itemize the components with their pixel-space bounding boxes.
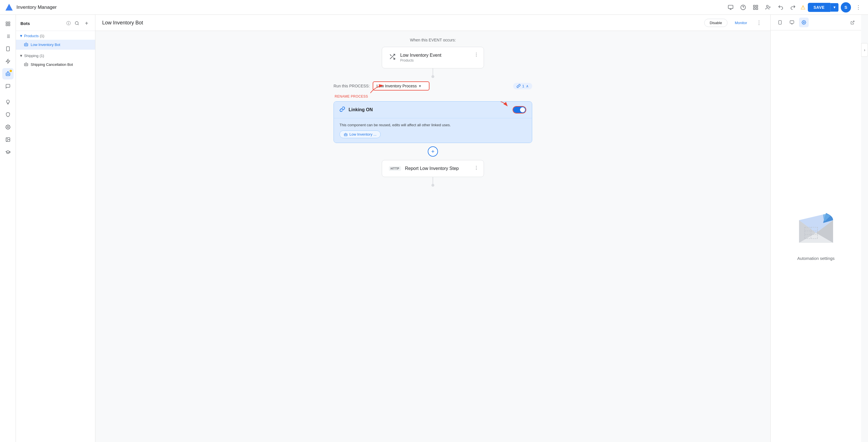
- linking-body: This component can be reused, edits will…: [334, 118, 532, 143]
- http-card[interactable]: ⋮ HTTP Report Low Inventory Step: [382, 160, 484, 177]
- linked-bot-label: Low Inventory ...: [349, 132, 376, 136]
- bots-info-icon: ⓘ: [66, 21, 71, 26]
- bots-search-button[interactable]: [73, 19, 81, 27]
- svg-point-25: [8, 74, 9, 74]
- shipping-cancellation-bot-item[interactable]: Shipping Cancellation Bot: [16, 60, 95, 69]
- add-person-nav-icon[interactable]: [763, 2, 773, 12]
- process-select-arrow-icon: ▾: [419, 84, 421, 88]
- nav-icons: ⚠ SAVE ▼ S ⋮: [725, 2, 864, 12]
- help-nav-icon[interactable]: [738, 2, 748, 12]
- svg-point-38: [345, 134, 345, 135]
- shipping-chevron-icon: ▼: [19, 54, 23, 58]
- process-header: Run this PROCESS: Low Inventory Process …: [334, 78, 532, 94]
- sidebar-grad-icon[interactable]: [2, 147, 13, 158]
- event-card-menu-button[interactable]: ⋮: [472, 51, 480, 58]
- connector-1: [431, 68, 434, 78]
- monitor-nav-icon[interactable]: [725, 2, 736, 12]
- connector-dot-1: [431, 75, 434, 78]
- bots-panel: Bots ⓘ + ▼ Products (1) Low Inventory Bo…: [16, 15, 95, 442]
- linking-description: This component can be reused, edits will…: [339, 123, 526, 127]
- add-step-button[interactable]: +: [428, 147, 438, 157]
- event-card[interactable]: ⋮ Low Inventory Event Products: [382, 47, 484, 68]
- svg-marker-0: [5, 4, 13, 10]
- http-card-menu-button[interactable]: ⋮: [472, 164, 480, 171]
- content-title: Low Inventory Bot: [102, 20, 701, 26]
- sidebar-chat-icon[interactable]: [2, 81, 13, 92]
- shipping-bot-icon: [24, 62, 28, 67]
- bots-title: Bots: [21, 21, 64, 26]
- monitor-button[interactable]: Monitor: [731, 19, 751, 27]
- undo-nav-icon[interactable]: [775, 2, 786, 12]
- rename-area: RENAME PROCESS: [334, 94, 532, 98]
- linking-toggle[interactable]: [513, 106, 526, 114]
- process-link-badge[interactable]: 1 ∧: [513, 83, 532, 89]
- event-label: When this EVENT occurs:: [410, 38, 456, 42]
- redo-nav-icon[interactable]: [788, 2, 798, 12]
- svg-point-44: [803, 22, 804, 23]
- svg-point-39: [346, 134, 347, 135]
- logo-icon: [4, 3, 13, 12]
- sidebar-bulb-icon[interactable]: [2, 96, 13, 108]
- right-panel: Automation settings: [770, 15, 861, 442]
- link-icon: [339, 106, 345, 114]
- linked-bot-chip[interactable]: Low Inventory ...: [339, 130, 381, 138]
- event-card-content: Low Inventory Event Products: [389, 53, 477, 62]
- sidebar-bolt-icon[interactable]: [2, 56, 13, 67]
- right-panel-settings-icon[interactable]: [799, 18, 809, 27]
- svg-rect-31: [24, 43, 28, 46]
- rename-label: RENAME PROCESS: [334, 94, 368, 101]
- right-panel-external-link-button[interactable]: [848, 18, 857, 27]
- event-card-icon: [389, 53, 396, 62]
- toggle-knob: [520, 107, 525, 112]
- low-inventory-bot-item[interactable]: Low Inventory Bot: [16, 40, 95, 50]
- right-panel-desktop-icon[interactable]: [787, 18, 797, 27]
- right-panel-phone-icon[interactable]: [775, 18, 785, 27]
- settings-label: Automation settings: [797, 256, 835, 261]
- sidebar-grid-icon[interactable]: [2, 18, 13, 30]
- bots-add-button[interactable]: +: [83, 19, 91, 27]
- svg-rect-34: [24, 63, 28, 66]
- shipping-section-label: Shipping: [24, 54, 39, 58]
- user-avatar[interactable]: S: [841, 2, 851, 12]
- save-button[interactable]: SAVE: [808, 3, 830, 12]
- sidebar-image-icon[interactable]: [2, 134, 13, 145]
- http-badge: HTTP: [389, 166, 401, 171]
- connector-line-2: [433, 177, 433, 184]
- grid-nav-icon[interactable]: [750, 2, 761, 12]
- bots-header-icons: +: [73, 19, 91, 27]
- bot-badge: [10, 70, 12, 72]
- toggle-inner: [513, 107, 526, 113]
- save-dropdown-button[interactable]: ▼: [830, 3, 838, 12]
- sidebar-list-icon[interactable]: [2, 31, 13, 42]
- connector-2: [431, 177, 434, 187]
- sidebar-bot-icon[interactable]: [2, 68, 13, 80]
- svg-point-33: [26, 44, 27, 45]
- shipping-section-header[interactable]: ▼ Shipping (1): [16, 52, 95, 60]
- products-chevron-icon: ▼: [19, 34, 23, 38]
- products-section-header[interactable]: ▼ Products (1): [16, 32, 95, 40]
- disable-button[interactable]: Disable: [704, 19, 727, 27]
- event-card-title: Low Inventory Event: [400, 53, 441, 58]
- app-title: Inventory Manager: [17, 4, 57, 10]
- sidebar-phone-icon[interactable]: [2, 43, 13, 55]
- content-header: Low Inventory Bot Disable Monitor ⋮: [95, 15, 770, 31]
- settings-svg: [796, 212, 836, 251]
- link-badge-count: 1: [522, 84, 524, 88]
- event-card-subtitle: Products: [400, 58, 441, 62]
- linking-card: Linking ON: [334, 101, 532, 143]
- icon-sidebar: [0, 15, 16, 442]
- right-panel-body: Automation settings: [771, 30, 861, 442]
- products-section-label: Products: [24, 34, 39, 38]
- header-more-button[interactable]: ⋮: [754, 18, 764, 27]
- collapse-handle-area: ›: [861, 15, 868, 442]
- sidebar-shield-icon[interactable]: [2, 109, 13, 120]
- right-panel-collapse-button[interactable]: ›: [861, 43, 868, 57]
- svg-rect-10: [6, 22, 7, 23]
- process-section: Run this PROCESS: Low Inventory Process …: [334, 78, 532, 143]
- connector-line-1: [433, 68, 433, 75]
- svg-point-32: [25, 44, 26, 45]
- sidebar-gear-icon[interactable]: [2, 121, 13, 133]
- more-nav-icon[interactable]: ⋮: [853, 2, 864, 12]
- warning-icon: ⚠: [801, 4, 806, 11]
- svg-point-26: [7, 127, 8, 128]
